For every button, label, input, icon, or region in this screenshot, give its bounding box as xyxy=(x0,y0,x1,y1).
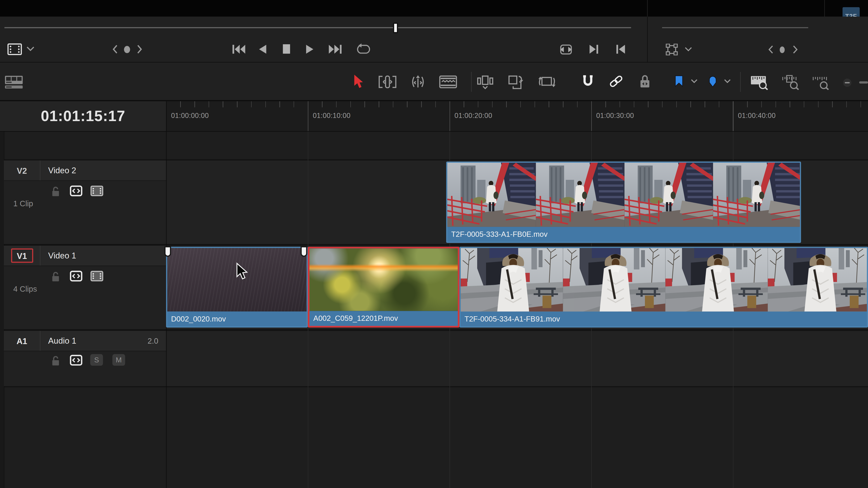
next-clip-icon[interactable] xyxy=(588,43,599,55)
razor-icon[interactable] xyxy=(439,75,457,89)
play-reverse-icon[interactable] xyxy=(258,44,267,54)
stop-icon[interactable] xyxy=(282,43,291,54)
chevron-down-icon[interactable] xyxy=(685,47,692,52)
current-item-dot-icon[interactable] xyxy=(123,45,131,54)
next-item-icon[interactable] xyxy=(137,45,142,54)
loop-icon[interactable] xyxy=(356,43,370,55)
prev-item-icon[interactable] xyxy=(768,45,773,54)
track-name-label[interactable]: Video 2 xyxy=(48,160,76,180)
track-name-label[interactable]: Video 1 xyxy=(48,246,76,265)
snapping-icon[interactable] xyxy=(581,74,594,89)
zoom-custom-icon[interactable] xyxy=(812,75,831,90)
track-enable-icon[interactable] xyxy=(90,185,103,196)
ruler-label: 01:00:30:00 xyxy=(596,112,634,120)
mouse-cursor xyxy=(235,262,248,280)
playhead-timecode[interactable]: 01:01:15:17 xyxy=(4,108,162,125)
track-name-row: V1 Video 1 xyxy=(4,246,166,266)
viewer-panel xyxy=(0,17,868,62)
viewer-source-icon[interactable] xyxy=(7,43,22,55)
chevron-down-icon[interactable] xyxy=(724,79,731,84)
auto-select-icon[interactable] xyxy=(70,271,83,282)
track-header-a1[interactable]: A1 Audio 1 2.0 S M xyxy=(4,331,166,386)
clip-name-label: T2F-0005-333-A1-FB0E.mov xyxy=(447,227,800,242)
current-item-dot-icon[interactable] xyxy=(778,46,786,54)
track-badge-v1[interactable]: V1 xyxy=(4,246,40,265)
zoom-slider[interactable] xyxy=(859,81,868,84)
trim-mode-icon[interactable] xyxy=(377,75,397,89)
play-icon[interactable] xyxy=(306,44,314,54)
link-icon[interactable] xyxy=(609,74,623,89)
clip-name-label: T2F-0005-334-A1-FB91.mov xyxy=(461,312,867,326)
clip-filmstrip xyxy=(461,248,867,312)
track-badge-v2[interactable]: V2 xyxy=(4,160,40,180)
next-item-icon[interactable] xyxy=(793,45,798,54)
track-header-v2[interactable]: V2 Video 2 1 Clip xyxy=(4,160,166,244)
viewer-jog-handle[interactable] xyxy=(393,23,398,33)
zoom-out-icon[interactable] xyxy=(842,78,852,88)
match-frame-icon[interactable] xyxy=(559,43,573,56)
dynamic-trim-icon[interactable] xyxy=(408,75,427,89)
replace-clip-icon[interactable] xyxy=(537,74,556,90)
ruler-label: 01:00:20:00 xyxy=(455,112,492,120)
track-name-row: A1 Audio 1 2.0 xyxy=(4,331,166,351)
marker-icon[interactable] xyxy=(708,75,717,88)
position-lock-icon[interactable] xyxy=(638,74,652,89)
lock-icon[interactable] xyxy=(51,355,60,366)
solo-button[interactable]: S xyxy=(90,354,103,365)
zoom-full-icon[interactable] xyxy=(750,75,768,90)
selection-tool-icon[interactable] xyxy=(352,74,364,89)
clip-t2f-0005-333[interactable]: T2F-0005-333-A1-FB0E.mov xyxy=(446,162,801,243)
clip-name-label: A002_C059_12201P.mov xyxy=(309,311,458,326)
clip-filmstrip xyxy=(309,249,458,311)
clip-name-label: D002_0020.mov xyxy=(167,312,307,326)
destination-track-indicator: V1 xyxy=(11,249,33,263)
top-strip xyxy=(0,0,868,17)
chevron-down-icon[interactable] xyxy=(691,79,698,84)
track-name-label[interactable]: Audio 1 xyxy=(48,331,76,351)
track-name-row: V2 Video 2 xyxy=(4,160,166,181)
insert-clip-icon[interactable] xyxy=(477,74,494,90)
ruler-label: 01:00:10:00 xyxy=(313,112,350,120)
track-badge-a1[interactable]: A1 xyxy=(4,331,40,351)
timeline-view-options-icon[interactable] xyxy=(4,75,23,89)
trim-out-handle[interactable] xyxy=(301,246,307,257)
flag-icon[interactable] xyxy=(674,75,684,88)
clip-a002-c059[interactable]: A002_C059_12201P.mov xyxy=(308,247,460,328)
lock-icon[interactable] xyxy=(51,271,60,282)
audio-format-label: 2.0 xyxy=(148,331,158,351)
transform-icon[interactable] xyxy=(665,43,678,55)
resolve-edit-page: T2F xyxy=(0,0,868,488)
auto-select-icon[interactable] xyxy=(70,355,83,366)
prev-item-icon[interactable] xyxy=(112,45,118,54)
prev-clip-icon[interactable] xyxy=(616,43,626,55)
clip-count-label: 1 Clip xyxy=(13,199,33,208)
clip-filmstrip xyxy=(447,163,800,227)
zoom-detail-icon[interactable] xyxy=(782,75,800,90)
chevron-down-icon[interactable] xyxy=(27,46,34,52)
header-gutter xyxy=(0,132,4,488)
clip-d002-0020[interactable]: D002_0020.mov xyxy=(166,247,308,328)
trim-in-handle[interactable] xyxy=(164,246,171,257)
go-start-icon[interactable] xyxy=(232,43,246,55)
overwrite-clip-icon[interactable] xyxy=(508,75,524,90)
go-end-icon[interactable] xyxy=(328,43,342,55)
mute-button[interactable]: M xyxy=(112,354,125,365)
clip-count-label: 4 Clips xyxy=(13,285,37,293)
viewer-jog-bar[interactable] xyxy=(4,27,631,28)
timeline-toolbar xyxy=(0,63,868,100)
ruler-label: 01:00:00:00 xyxy=(171,112,209,120)
ruler-label: 01:00:40:00 xyxy=(738,112,776,120)
lock-icon[interactable] xyxy=(51,186,60,197)
auto-select-icon[interactable] xyxy=(70,185,83,196)
track-enable-icon[interactable] xyxy=(90,271,103,282)
secondary-jog-bar[interactable] xyxy=(662,27,808,28)
clip-t2f-0005-334[interactable]: T2F-0005-334-A1-FB91.mov xyxy=(460,247,868,328)
track-header-v1[interactable]: V1 Video 1 4 Clips xyxy=(4,246,166,329)
